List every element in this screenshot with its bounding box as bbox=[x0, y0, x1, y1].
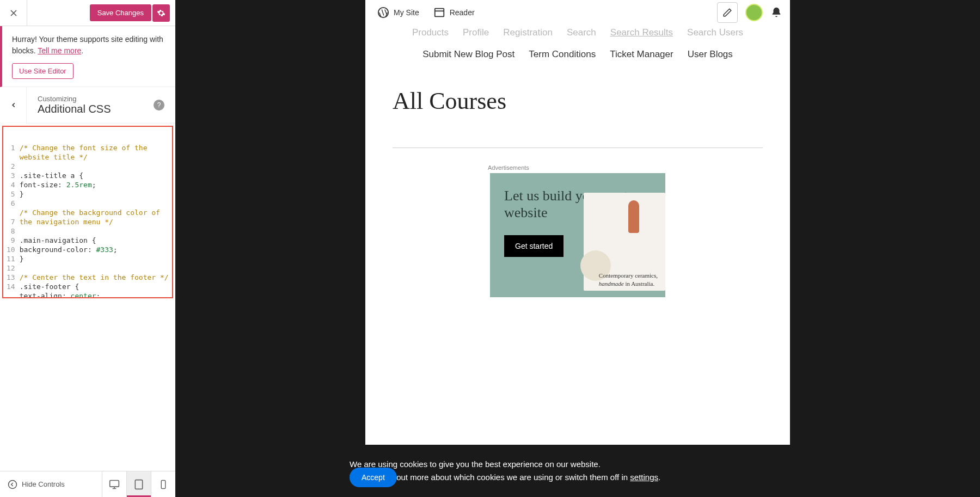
save-changes-button[interactable]: Save Changes bbox=[90, 4, 151, 21]
chevron-left-icon bbox=[10, 101, 17, 109]
site-navigation: Products Profile Registration Search Sea… bbox=[365, 25, 790, 71]
nav-term-conditions[interactable]: Term Conditions bbox=[529, 49, 596, 60]
nav-ticket-manager[interactable]: Ticket Manager bbox=[610, 49, 673, 60]
ad-caption: Contemporary ceramics, handmade in Austr… bbox=[599, 272, 658, 287]
my-site-link[interactable]: My Site bbox=[373, 3, 424, 22]
notice-text: Hurray! Your theme supports site editing… bbox=[12, 34, 166, 57]
section-subtitle: Customizing bbox=[38, 95, 154, 103]
desktop-icon bbox=[109, 479, 120, 490]
help-button[interactable]: ? bbox=[154, 100, 164, 111]
theme-notice: Hurray! Your theme supports site editing… bbox=[0, 26, 175, 87]
user-avatar[interactable] bbox=[745, 4, 763, 21]
section-header: Customizing Additional CSS ? bbox=[26, 87, 175, 124]
tell-me-more-link[interactable]: Tell me more bbox=[38, 46, 81, 55]
nav-search-users[interactable]: Search Users bbox=[687, 27, 743, 38]
reader-link[interactable]: Reader bbox=[429, 3, 479, 22]
close-button[interactable] bbox=[0, 0, 27, 26]
back-button[interactable] bbox=[1, 87, 27, 123]
nav-registration[interactable]: Registration bbox=[503, 27, 553, 38]
svg-point-0 bbox=[9, 480, 17, 488]
reader-icon bbox=[433, 7, 445, 19]
desktop-preview-button[interactable] bbox=[102, 471, 126, 497]
tablet-icon bbox=[133, 479, 144, 490]
pencil-icon bbox=[722, 8, 732, 17]
panel-footer: Hide Controls bbox=[0, 471, 175, 497]
chevron-left-circle-icon bbox=[8, 480, 17, 489]
gear-icon bbox=[157, 9, 166, 17]
wp-admin-bar: My Site Reader bbox=[365, 0, 790, 25]
tablet-preview-button[interactable] bbox=[126, 471, 151, 497]
cookie-settings-link[interactable]: settings bbox=[630, 473, 658, 482]
svg-rect-7 bbox=[434, 9, 444, 17]
svg-rect-2 bbox=[135, 480, 142, 489]
cookie-banner: We are using cookies to give you the bes… bbox=[175, 445, 842, 497]
line-numbers: 1 2 3 4 5 6 7 8 9 10 11 12 13 14 bbox=[3, 127, 19, 297]
content-divider bbox=[393, 148, 763, 148]
customizer-panel: Save Changes Hurray! Your theme supports… bbox=[0, 0, 175, 497]
ad-vase-decoration bbox=[628, 200, 639, 233]
nav-submit-post[interactable]: Submit New Blog Post bbox=[422, 49, 514, 60]
code-content[interactable]: /* Change the font size of the website t… bbox=[19, 127, 172, 297]
svg-point-6 bbox=[378, 8, 388, 17]
panel-header: Save Changes bbox=[0, 0, 175, 26]
write-button[interactable] bbox=[717, 2, 738, 23]
hide-controls-button[interactable]: Hide Controls bbox=[0, 480, 102, 489]
nav-profile[interactable]: Profile bbox=[463, 27, 489, 38]
nav-search[interactable]: Search bbox=[567, 27, 596, 38]
css-editor[interactable]: 1 2 3 4 5 6 7 8 9 10 11 12 13 14 /* Chan… bbox=[2, 126, 173, 298]
close-icon bbox=[8, 8, 19, 19]
mobile-icon bbox=[158, 480, 168, 489]
settings-button[interactable] bbox=[152, 4, 170, 22]
page-title: All Courses bbox=[393, 87, 763, 115]
cookie-accept-button[interactable]: Accept bbox=[350, 468, 397, 487]
preview-area: My Site Reader Products Profile Registra… bbox=[175, 0, 980, 497]
nav-search-results[interactable]: Search Results bbox=[610, 27, 673, 38]
nav-products[interactable]: Products bbox=[412, 27, 449, 38]
svg-rect-1 bbox=[110, 480, 119, 487]
section-title: Additional CSS bbox=[38, 103, 154, 115]
notifications-icon[interactable] bbox=[770, 7, 782, 19]
advertisement[interactable]: Let us build your custom website Get sta… bbox=[490, 173, 665, 297]
nav-user-blogs[interactable]: User Blogs bbox=[688, 49, 733, 60]
use-site-editor-button[interactable]: Use Site Editor bbox=[12, 63, 74, 79]
svg-rect-4 bbox=[161, 480, 166, 488]
ads-label: Advertisements bbox=[461, 164, 790, 171]
wordpress-icon bbox=[377, 7, 389, 19]
ad-cta-button[interactable]: Get started bbox=[504, 235, 564, 257]
preview-frame: My Site Reader Products Profile Registra… bbox=[365, 0, 790, 497]
mobile-preview-button[interactable] bbox=[151, 471, 175, 497]
